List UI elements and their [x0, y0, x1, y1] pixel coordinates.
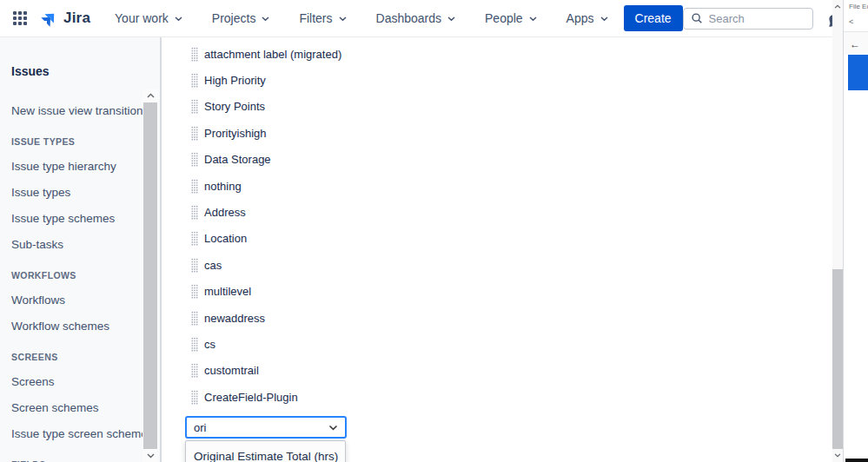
top-nav: Jira Your work Projects Filters Dashboar…	[0, 0, 832, 37]
field-select-dropdown: Original Estimate Total (hrs)	[185, 440, 346, 462]
jira-logo[interactable]: Jira	[40, 9, 90, 28]
app-switcher-grid-icon[interactable]	[13, 11, 28, 26]
sidebar-nav: New issue view transition ISSUE TYPES Is…	[0, 98, 142, 462]
sidebar-item-issue-type-hierarchy[interactable]: Issue type hierarchy	[0, 154, 142, 180]
nav-menu-projects[interactable]: Projects	[207, 6, 275, 30]
jira-logo-icon	[40, 9, 59, 28]
nav-menu-filters[interactable]: Filters	[294, 6, 351, 30]
sidebar-item-sub-tasks[interactable]: Sub-tasks	[0, 232, 142, 258]
field-label: cas	[204, 259, 222, 272]
drag-handle-icon[interactable]	[191, 390, 198, 405]
drag-handle-icon[interactable]	[191, 47, 198, 62]
dropdown-option[interactable]: Original Estimate Total (hrs)	[186, 441, 345, 462]
sidebar-item-workflow-schemes[interactable]: Workflow schemes	[0, 314, 142, 340]
nav-menu-label: Apps	[567, 11, 594, 25]
field-label: Prorityishigh	[204, 127, 267, 140]
field-row[interactable]: Address	[162, 199, 832, 225]
field-row[interactable]: attachment label (migrated)	[162, 41, 832, 67]
drag-handle-icon[interactable]	[191, 337, 198, 352]
sidebar-section-workflows: WORKFLOWS	[0, 263, 142, 287]
background-window-bottom-bar	[845, 459, 868, 462]
field-row[interactable]: Prorityishigh	[162, 120, 832, 146]
field-label: Address	[204, 206, 246, 219]
search-box[interactable]	[683, 8, 813, 30]
field-select[interactable]: ori	[185, 416, 347, 439]
scroll-down-icon[interactable]	[832, 450, 843, 461]
field-label: Story Points	[204, 100, 265, 113]
drag-handle-icon[interactable]	[191, 231, 198, 246]
field-label: Data Storage	[204, 153, 271, 166]
nav-left: Jira Your work Projects Filters Dashboar…	[13, 5, 683, 31]
field-label: High Priority	[204, 74, 266, 87]
nav-menu-label: Projects	[212, 11, 256, 25]
nav-menu-apps[interactable]: Apps	[561, 6, 613, 30]
nav-menu-label: People	[485, 11, 523, 25]
scroll-down-icon[interactable]	[142, 450, 158, 461]
drag-handle-icon[interactable]	[191, 126, 198, 141]
field-row[interactable]: Location	[162, 226, 832, 252]
background-window-sliver: File Ed < ←	[843, 0, 868, 462]
drag-handle-icon[interactable]	[191, 73, 198, 88]
field-list: attachment label (migrated) High Priorit…	[162, 37, 832, 462]
nav-menu-your-work[interactable]: Your work	[109, 6, 188, 30]
sidebar-item-issue-type-schemes[interactable]: Issue type schemes	[0, 206, 142, 232]
sidebar-item-issue-types[interactable]: Issue types	[0, 180, 142, 206]
chevron-down-icon	[262, 16, 269, 22]
drag-handle-icon[interactable]	[191, 284, 198, 299]
sidebar-item-workflows[interactable]: Workflows	[0, 287, 142, 314]
sidebar: Issues New issue view transition ISSUE T…	[0, 37, 162, 462]
field-label: Location	[204, 232, 247, 245]
sidebar-item-screen-schemes[interactable]: Screen schemes	[0, 395, 142, 421]
sidebar-section-fields: FIELDS	[0, 452, 142, 462]
field-row[interactable]: nothing	[162, 173, 832, 199]
nav-menu-label: Your work	[115, 11, 169, 25]
collapse-icon: <	[844, 10, 868, 26]
field-row[interactable]: customtrail	[162, 358, 832, 384]
scroll-up-icon[interactable]	[142, 89, 158, 101]
field-row[interactable]: multilevel	[162, 279, 832, 305]
back-arrow-icon[interactable]: ←	[850, 38, 860, 50]
background-window-toolbar: ←	[844, 31, 868, 55]
drag-handle-icon[interactable]	[191, 152, 198, 167]
field-row[interactable]: newaddress	[162, 305, 832, 331]
field-label: cs	[204, 338, 215, 351]
background-window-menu: File Ed	[844, 0, 868, 10]
chevron-down-icon	[529, 16, 537, 22]
sidebar-section-screens: SCREENS	[0, 345, 142, 369]
field-label: multilevel	[204, 285, 251, 298]
field-label: CreateField-Plugin	[204, 391, 298, 404]
drag-handle-icon[interactable]	[191, 363, 198, 378]
field-row[interactable]: High Priority	[162, 67, 832, 93]
field-row[interactable]: cs	[162, 331, 832, 357]
field-label: nothing	[204, 180, 242, 193]
field-row[interactable]: cas	[162, 252, 832, 278]
chevron-down-icon	[339, 16, 347, 22]
drag-handle-icon[interactable]	[191, 311, 198, 326]
chevron-down-icon	[175, 16, 182, 22]
drag-handle-icon[interactable]	[191, 205, 198, 220]
sidebar-item-screens[interactable]: Screens	[0, 369, 142, 395]
page-scrollbar-thumb[interactable]	[832, 269, 843, 449]
field-row[interactable]: Data Storage	[162, 147, 832, 173]
sidebar-section-issue-types: ISSUE TYPES	[0, 129, 142, 154]
search-icon	[691, 12, 703, 24]
drag-handle-icon[interactable]	[191, 99, 198, 114]
create-button[interactable]: Create	[624, 5, 683, 31]
drag-handle-icon[interactable]	[191, 258, 198, 273]
drag-handle-icon[interactable]	[191, 179, 198, 194]
search-input[interactable]	[709, 12, 805, 25]
sidebar-scrollbar[interactable]	[142, 89, 158, 462]
field-row[interactable]: Story Points	[162, 94, 832, 120]
nav-menu-label: Dashboards	[376, 11, 442, 25]
field-row[interactable]: CreateField-Plugin	[162, 384, 832, 410]
nav-menu-dashboards[interactable]: Dashboards	[371, 6, 461, 30]
field-label: newaddress	[204, 312, 265, 325]
scroll-up-icon[interactable]	[832, 1, 843, 12]
sidebar-item-issue-type-screen-schemes[interactable]: Issue type screen schemes	[0, 421, 142, 447]
sidebar-item-new-issue-view-transition[interactable]: New issue view transition	[0, 98, 142, 124]
chevron-down-icon	[600, 16, 608, 22]
field-label: attachment label (migrated)	[204, 48, 341, 61]
nav-menu-people[interactable]: People	[480, 6, 542, 30]
page-scrollbar[interactable]	[832, 0, 843, 462]
sidebar-scrollbar-thumb[interactable]	[143, 102, 157, 449]
